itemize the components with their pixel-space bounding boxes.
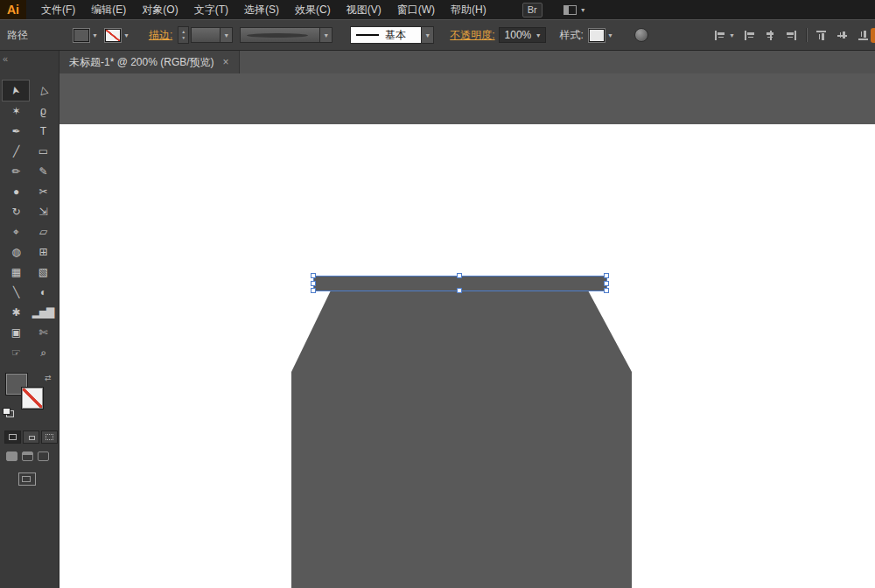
menubar-items: 文件(F)编辑(E)对象(O)文字(T)选择(S)效果(C)视图(V)窗口(W)…	[33, 0, 494, 19]
perspective-grid-tool[interactable]: ⊞	[30, 242, 56, 262]
artwork-layer	[60, 74, 875, 588]
scale-tool[interactable]: ⇲	[30, 201, 56, 221]
align-right-button[interactable]	[785, 30, 798, 41]
line-segment-tool-icon: ╱	[13, 145, 18, 158]
type-tool[interactable]: T	[30, 121, 56, 141]
zoom-tool-icon: ⌕	[40, 346, 46, 359]
close-icon[interactable]: ×	[223, 56, 229, 68]
free-transform-tool[interactable]: ▱	[30, 221, 56, 242]
slice-tool-icon: ✄	[38, 326, 46, 339]
selection-tool[interactable]: ➤	[3, 80, 29, 101]
pencil-tool-icon: ✎	[38, 165, 46, 178]
gradient-tool-icon: ▧	[38, 266, 47, 278]
align-top-button[interactable]	[816, 29, 827, 42]
stroke-weight-select[interactable]: ▼	[191, 27, 233, 43]
chevron-down-icon: ▼	[580, 7, 586, 13]
panel-collapse-icon[interactable]: «	[3, 53, 6, 64]
align-center-button[interactable]	[764, 30, 777, 41]
menu-item-6[interactable]: 效果(C)	[287, 0, 339, 19]
pen-tool[interactable]: ✒	[3, 121, 29, 141]
canvas-area[interactable]	[60, 74, 875, 588]
bridge-button[interactable]: Br	[522, 3, 542, 18]
menu-item-7[interactable]: 视图(V)	[339, 0, 389, 19]
document-tab[interactable]: 未标题-1* @ 200% (RGB/预览) ×	[60, 51, 240, 74]
app-logo: Ai	[0, 0, 26, 19]
opacity-value: 100%	[505, 29, 532, 41]
rotate-tool-icon: ↻	[11, 206, 19, 218]
screen-mode-menubar-button[interactable]	[22, 452, 33, 461]
chevron-down-icon: ▼	[536, 32, 542, 38]
stroke-panel-link[interactable]: 描边:	[149, 28, 172, 43]
rectangle-tool[interactable]: ▭	[30, 141, 56, 161]
menu-item-3[interactable]: 对象(O)	[134, 0, 186, 19]
context-label: 路径	[7, 28, 28, 43]
fill-color-picker[interactable]: ▼	[74, 29, 98, 42]
gradient-tool[interactable]: ▧	[30, 262, 56, 282]
paintbrush-tool[interactable]: ✏	[3, 161, 29, 181]
align-left-button[interactable]	[743, 30, 756, 41]
scissors-tool[interactable]: ✂	[30, 181, 56, 201]
width-profile-preview	[247, 33, 308, 38]
brush-definition-select[interactable]: 基本 ▼	[350, 26, 434, 44]
align-bottom-button[interactable]	[858, 29, 869, 42]
eyedropper-tool[interactable]: ╲	[3, 282, 29, 302]
draw-behind-button[interactable]	[23, 430, 39, 444]
lasso-tool-icon: ϱ	[40, 105, 46, 117]
align-dropdown[interactable]: ▼	[713, 30, 735, 41]
brush-value: 基本	[385, 28, 406, 43]
width-profile-select[interactable]: ▼	[240, 27, 332, 43]
brush-stroke-preview	[356, 34, 379, 36]
column-graph-tool-icon: ▂▅▇	[32, 306, 54, 318]
default-colors-icon[interactable]	[3, 408, 14, 417]
stepper-up-icon: ▲	[178, 29, 188, 35]
stroke-none-swatch[interactable]	[21, 387, 44, 410]
menu-item-8[interactable]: 窗口(W)	[389, 0, 443, 19]
menu-item-5[interactable]: 选择(S)	[236, 0, 287, 19]
workspace-switcher[interactable]: ▼	[564, 5, 586, 15]
artboard-tool[interactable]: ▣	[3, 322, 29, 342]
change-screen-mode-icon[interactable]	[18, 472, 36, 486]
blend-tool[interactable]: ◐	[30, 282, 56, 302]
direct-selection-tool[interactable]: ▷	[30, 80, 56, 101]
draw-inside-button[interactable]	[41, 430, 58, 444]
align-middle-button[interactable]	[836, 29, 848, 42]
screen-mode-full-button[interactable]	[38, 452, 49, 461]
blob-brush-tool[interactable]: ●	[3, 181, 29, 201]
chevron-down-icon: ▼	[319, 28, 332, 42]
stroke-color-picker[interactable]: ▼	[105, 29, 130, 42]
menu-item-9[interactable]: 帮助(H)	[443, 0, 494, 19]
shape-builder-tool[interactable]: ◍	[3, 242, 29, 262]
align-controls: ▼	[713, 20, 870, 50]
symbol-sprayer-tool[interactable]: ✱	[3, 302, 29, 322]
fill-swatch	[74, 29, 89, 42]
scissors-tool-icon: ✂	[38, 186, 46, 198]
mesh-tool[interactable]: ▦	[3, 262, 29, 282]
symbol-sprayer-tool-icon: ✱	[11, 306, 19, 318]
opacity-select[interactable]: 100% ▼	[499, 27, 546, 43]
jar-body-shape[interactable]	[291, 290, 632, 588]
line-segment-tool[interactable]: ╱	[3, 141, 29, 161]
free-transform-tool-icon: ▱	[39, 226, 46, 238]
menu-item-1[interactable]: 文件(F)	[33, 0, 83, 19]
slice-tool[interactable]: ✄	[30, 322, 56, 342]
width-tool[interactable]: ⌖	[3, 221, 29, 242]
swap-fill-stroke-icon[interactable]: ⇄	[45, 374, 52, 382]
recolor-artwork-icon[interactable]	[634, 28, 648, 42]
style-label: 样式:	[560, 28, 584, 43]
draw-normal-button[interactable]	[4, 430, 21, 444]
magic-wand-tool[interactable]: ✶	[3, 101, 29, 121]
opacity-panel-link[interactable]: 不透明度:	[450, 28, 494, 43]
lasso-tool[interactable]: ϱ	[30, 101, 56, 121]
menu-item-2[interactable]: 编辑(E)	[83, 0, 134, 19]
stroke-weight-stepper[interactable]: ▲▼	[178, 26, 189, 44]
pencil-tool[interactable]: ✎	[30, 161, 56, 181]
divider	[806, 28, 807, 42]
rotate-tool[interactable]: ↻	[3, 201, 29, 221]
graphic-style-select[interactable]: ▼	[589, 29, 613, 42]
menu-item-4[interactable]: 文字(T)	[186, 0, 236, 19]
stepper-down-icon: ▼	[178, 35, 188, 41]
column-graph-tool[interactable]: ▂▅▇	[30, 302, 56, 322]
zoom-tool[interactable]: ⌕	[30, 342, 56, 362]
screen-mode-normal-button[interactable]	[6, 452, 18, 461]
hand-tool[interactable]: ☞	[3, 342, 29, 362]
